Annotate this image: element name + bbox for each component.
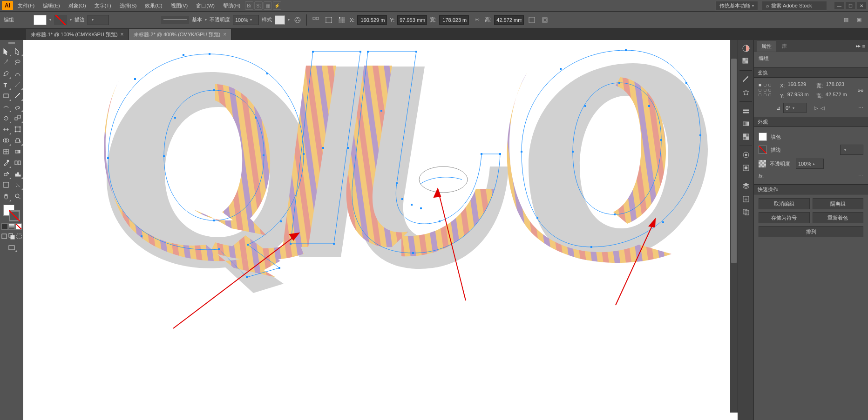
prefs-icon[interactable]: ▣ [854, 15, 864, 25]
close-icon[interactable]: × [223, 31, 226, 38]
free-transform-tool[interactable] [12, 124, 23, 135]
more-options-icon[interactable]: ⋯ [858, 173, 863, 179]
flip-v-icon[interactable]: ◁ [821, 105, 824, 111]
y-value[interactable]: 97.953 m [787, 92, 814, 100]
chevron-down-icon[interactable]: ▾ [49, 18, 51, 22]
eyedropper-tool[interactable] [0, 157, 12, 168]
symbols-panel-icon[interactable] [740, 87, 752, 98]
minimize-button[interactable]: — [834, 2, 844, 9]
recolor-button[interactable]: 重新着色 [813, 212, 864, 223]
toolbox-toggle[interactable] [0, 42, 23, 46]
curvature-tool[interactable] [12, 68, 23, 79]
search-stock-input[interactable]: ⌕ 搜索 Adobe Stock [762, 1, 827, 11]
stroke-weight-input[interactable]: ▾ [88, 15, 109, 25]
menu-edit[interactable]: 编辑(E) [39, 1, 64, 11]
color-mode-none[interactable] [15, 223, 22, 230]
artboards-panel-icon[interactable] [740, 207, 752, 218]
isolate-icon[interactable] [540, 15, 550, 25]
panel-menu-icon[interactable]: ≡ [862, 43, 865, 49]
color-panel-icon[interactable] [740, 43, 752, 54]
artboard-tool[interactable] [0, 180, 12, 191]
selection-tool[interactable] [0, 46, 12, 57]
perspective-tool[interactable] [12, 135, 23, 146]
ref-point-icon[interactable] [337, 15, 347, 25]
menu-select[interactable]: 选择(S) [116, 1, 141, 11]
mesh-tool[interactable] [0, 146, 12, 157]
shape-builder-tool[interactable] [0, 135, 12, 146]
libraries-tab[interactable]: 库 [777, 41, 792, 52]
link-wh-icon[interactable]: ⚯ [858, 87, 863, 94]
ungroup-button[interactable]: 取消编组 [759, 198, 810, 209]
slice-tool[interactable] [12, 180, 23, 191]
zoom-tool[interactable] [12, 191, 23, 202]
brush-preview[interactable] [161, 16, 189, 24]
graphic-styles-panel-icon[interactable] [740, 162, 752, 173]
blend-tool[interactable] [12, 157, 23, 168]
w-input[interactable] [439, 15, 469, 25]
column-graph-tool[interactable] [12, 168, 23, 180]
canvas-viewport[interactable] [23, 40, 738, 420]
doc-setup-icon[interactable]: ▦ [841, 15, 851, 25]
properties-tab[interactable]: 属性 [757, 41, 776, 52]
stroke-swatch[interactable] [9, 210, 20, 221]
menu-view[interactable]: 视图(V) [167, 1, 192, 11]
symbol-sprayer-tool[interactable] [0, 168, 12, 180]
transparency-panel-icon[interactable] [740, 131, 752, 142]
stroke-weight-input[interactable]: ▾ [840, 145, 863, 155]
color-mode-solid[interactable] [1, 223, 8, 230]
gradient-tool[interactable] [12, 146, 23, 157]
hand-tool[interactable] [0, 191, 12, 202]
menu-type[interactable]: 文字(T) [91, 1, 115, 11]
fill-stroke-control[interactable] [3, 205, 20, 221]
gradient-panel-icon[interactable] [740, 118, 752, 129]
type-tool[interactable]: T [0, 79, 12, 90]
y-input[interactable] [397, 15, 427, 25]
shape-options-icon[interactable] [527, 15, 537, 25]
opacity-input[interactable]: 100%▸ [796, 159, 824, 169]
doc-tab-2[interactable]: 未标题-2* @ 400% (CMYK/GPU 预览) × [129, 29, 232, 40]
width-tool[interactable] [0, 124, 12, 135]
panel-collapse-icon[interactable]: ▸▸ [856, 43, 861, 49]
h-input[interactable] [494, 15, 524, 25]
style-swatch[interactable] [275, 15, 285, 25]
screen-mode[interactable] [6, 243, 17, 253]
scale-tool[interactable] [12, 113, 23, 124]
x-input[interactable] [357, 15, 387, 25]
style-label[interactable]: 样式 [262, 16, 272, 23]
appearance-panel-icon[interactable] [740, 149, 752, 160]
line-tool[interactable] [12, 79, 23, 90]
opacity-input[interactable]: 100%▾ [233, 15, 259, 25]
stock-icon[interactable]: St [254, 1, 263, 10]
magic-wand-tool[interactable] [0, 57, 12, 68]
doc-tab-1[interactable]: 未标题-1* @ 100% (CMYK/GPU 预览) × [26, 29, 129, 40]
color-mode-gradient[interactable] [8, 223, 15, 230]
paintbrush-tool[interactable] [12, 90, 23, 101]
eraser-tool[interactable] [12, 101, 23, 113]
asset-export-panel-icon[interactable] [740, 193, 752, 205]
x-value[interactable]: 160.529 [787, 81, 814, 90]
bridge-icon[interactable]: Br [245, 1, 253, 10]
direct-selection-tool[interactable] [12, 46, 23, 57]
menu-help[interactable]: 帮助(H) [219, 1, 244, 11]
align-icon[interactable] [311, 15, 321, 25]
close-button[interactable]: ✕ [857, 2, 866, 9]
stroke-panel-icon[interactable] [740, 105, 752, 116]
opacity-label[interactable]: 不透明度 [210, 16, 230, 23]
fill-swatch[interactable] [34, 15, 47, 25]
maximize-button[interactable]: ☐ [846, 2, 855, 9]
reference-point-grid[interactable] [759, 84, 773, 98]
draw-behind[interactable] [8, 233, 15, 240]
menu-object[interactable]: 对象(O) [65, 1, 90, 11]
arrange-button[interactable]: 排列 [759, 226, 863, 237]
more-options-icon[interactable]: ⋯ [858, 105, 863, 111]
flip-h-icon[interactable]: ▷ [814, 105, 818, 111]
menu-window[interactable]: 窗口(W) [192, 1, 218, 11]
h-value[interactable]: 42.572 m [826, 92, 852, 100]
swatches-panel-icon[interactable] [740, 56, 752, 67]
close-icon[interactable]: × [121, 31, 124, 38]
scrollbar-thumb[interactable] [731, 59, 737, 263]
fx-label[interactable]: fx. [759, 173, 764, 179]
w-value[interactable]: 178.023 [826, 81, 852, 90]
rotate-tool[interactable] [0, 113, 12, 124]
rotate-input[interactable]: 0°▾ [783, 103, 807, 113]
